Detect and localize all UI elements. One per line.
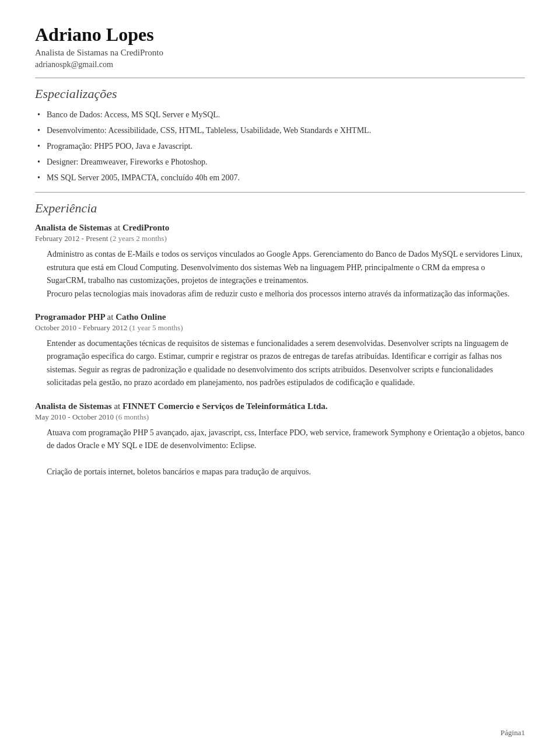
job-credipronto-duration: (2 years 2 months)	[110, 234, 167, 243]
job-finnet-date-start: May 2010	[35, 413, 66, 421]
job-catho-title-line: Programador PHP at Catho Online	[35, 312, 525, 322]
job-catho-title: Programador PHP	[35, 312, 105, 321]
job-catho: Programador PHP at Catho Online October …	[35, 312, 525, 390]
header-email: adrianospk@gmail.com	[35, 60, 525, 69]
spec-item-4: Designer: Dreamweaver, Fireworks e Photo…	[35, 156, 525, 168]
job-finnet-duration: (6 months)	[116, 413, 149, 421]
job-finnet-description: Atuava com programação PHP 5 avançado, a…	[47, 427, 525, 479]
page-number: Página1	[501, 728, 525, 737]
job-finnet-date-end: October 2010	[72, 413, 114, 421]
job-credipronto-title-line: Analista de Sistemas at CrediPronto	[35, 223, 525, 233]
job-credipronto-date-sep: -	[81, 234, 86, 243]
job-catho-date-start: October 2010	[35, 323, 76, 332]
spec-item-2: Desenvolvimento: Acessibilidade, CSS, HT…	[35, 124, 525, 137]
header: Adriano Lopes Analista de Sistamas na Cr…	[35, 23, 525, 69]
job-finnet-title: Analista de Sistemas	[35, 401, 112, 411]
job-credipronto-company: CrediPronto	[123, 223, 169, 232]
spec-item-3: Programação: PHP5 POO, Java e Javascript…	[35, 140, 525, 152]
specializations-title: Especializações	[35, 86, 525, 102]
job-finnet-company: FINNET Comercio e Serviços de Teleinform…	[123, 401, 328, 411]
job-catho-dates: October 2010 - February 2012 (1 year 5 m…	[35, 323, 525, 333]
job-finnet-dates: May 2010 - October 2010 (6 months)	[35, 413, 525, 422]
job-credipronto-date-end: Present	[86, 234, 108, 243]
specializations-section: Especializações Banco de Dados: Access, …	[35, 86, 525, 184]
job-finnet-title-line: Analista de Sistemas at FINNET Comercio …	[35, 401, 525, 411]
experience-title: Experiência	[35, 201, 525, 216]
job-finnet-date-sep: -	[68, 413, 72, 421]
job-catho-company: Catho Online	[116, 312, 166, 321]
spec-item-5: MS SQL Server 2005, IMPACTA, concluído 4…	[35, 172, 525, 184]
header-subtitle: Analista de Sistamas na CrediPronto	[35, 48, 525, 58]
header-divider	[35, 78, 525, 78]
job-catho-date-end: February 2012	[83, 323, 127, 332]
experience-section: Experiência Analista de Sistemas at Cred…	[35, 201, 525, 478]
job-finnet: Analista de Sistemas at FINNET Comercio …	[35, 401, 525, 479]
header-name: Adriano Lopes	[35, 23, 525, 46]
job-finnet-at: at	[114, 401, 123, 411]
job-credipronto-title: Analista de Sistemas	[35, 223, 112, 232]
job-catho-description: Entender as documentações técnicas de re…	[47, 337, 525, 390]
specializations-list: Banco de Dados: Access, MS SQL Server e …	[35, 109, 525, 184]
job-catho-date-sep: -	[78, 323, 83, 332]
job-credipronto-date-start: February 2012	[35, 234, 79, 243]
job-catho-duration: (1 year 5 months)	[129, 323, 183, 332]
job-credipronto-dates: February 2012 - Present (2 years 2 month…	[35, 234, 525, 243]
job-credipronto: Analista de Sistemas at CrediPronto Febr…	[35, 223, 525, 300]
spec-item-1: Banco de Dados: Access, MS SQL Server e …	[35, 109, 525, 121]
job-credipronto-at: at	[114, 223, 123, 232]
experience-divider	[35, 192, 525, 193]
job-credipronto-description: Administro as contas de E-Mails e todos …	[47, 248, 525, 300]
job-catho-at: at	[107, 312, 116, 321]
